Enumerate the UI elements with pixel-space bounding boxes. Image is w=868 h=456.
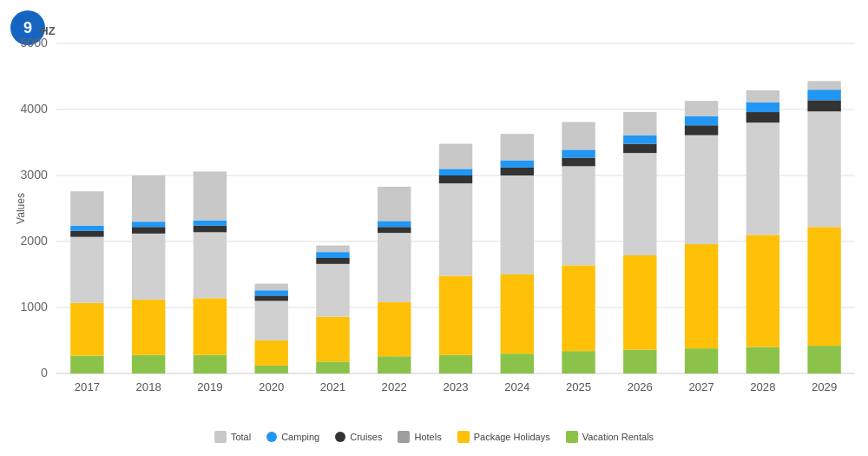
legend-hotels: Hotels bbox=[398, 431, 441, 443]
bar-segment-camping bbox=[807, 89, 840, 100]
legend-package-holidays: Package Holidays bbox=[457, 431, 550, 443]
bar-segment-vacation-rentals bbox=[439, 355, 472, 373]
legend-total-icon bbox=[214, 431, 227, 443]
bar-segment-cruises bbox=[194, 226, 227, 233]
bar-segment-camping bbox=[254, 290, 287, 295]
bar-segment-vacation-rentals bbox=[132, 355, 165, 373]
bar-segment-vacation-rentals bbox=[746, 347, 779, 373]
legend-total-label: Total bbox=[231, 432, 251, 442]
bar-segment-total-extra bbox=[194, 171, 227, 220]
bar-segment-total-extra bbox=[70, 191, 103, 226]
bar-segment-camping bbox=[194, 221, 227, 226]
bar-segment-hotels bbox=[439, 183, 472, 275]
svg-text:2017: 2017 bbox=[75, 380, 100, 393]
legend-hotels-icon bbox=[398, 431, 410, 443]
bar-segment-total-extra bbox=[439, 144, 472, 169]
bar-segment-cruises bbox=[562, 157, 595, 166]
bar-segment-cruises bbox=[807, 100, 840, 111]
bar-segment-hotels bbox=[685, 135, 718, 244]
bar-segment-total-extra bbox=[746, 90, 779, 102]
bar-segment-vacation-rentals bbox=[378, 356, 411, 373]
bar-segment-hotels bbox=[746, 122, 779, 235]
bar-segment-package-holidays bbox=[807, 227, 840, 346]
bar-segment-hotels bbox=[194, 232, 227, 298]
legend-vacation-icon bbox=[566, 431, 578, 443]
bar-segment-package-holidays bbox=[562, 265, 595, 351]
bar-segment-cruises bbox=[254, 295, 287, 301]
bar-segment-cruises bbox=[316, 258, 349, 264]
bar-segment-vacation-rentals bbox=[685, 348, 718, 373]
bar-segment-camping bbox=[439, 169, 472, 175]
legend-vacation-label: Vacation Rentals bbox=[582, 432, 654, 442]
svg-text:2022: 2022 bbox=[382, 380, 407, 393]
bar-segment-package-holidays bbox=[254, 340, 287, 366]
bar-segment-vacation-rentals bbox=[316, 361, 349, 373]
legend-cruises: Cruises bbox=[335, 432, 382, 442]
svg-text:0: 0 bbox=[41, 366, 48, 380]
bar-segment-camping bbox=[132, 221, 165, 227]
svg-text:2024: 2024 bbox=[504, 380, 529, 393]
bar-segment-cruises bbox=[623, 144, 656, 154]
bar-segment-hotels bbox=[70, 237, 103, 303]
bar-segment-total-extra bbox=[254, 284, 287, 291]
bar-segment-hotels bbox=[807, 111, 840, 227]
bar-segment-total-extra bbox=[378, 187, 411, 221]
bar-segment-total-extra bbox=[807, 81, 840, 89]
bar-segment-camping bbox=[316, 252, 349, 258]
svg-text:3000: 3000 bbox=[20, 168, 48, 182]
svg-text:2028: 2028 bbox=[750, 380, 775, 393]
svg-text:9: 9 bbox=[23, 19, 32, 36]
chart-container: 9 HZ Values 5000 4000 3000 2000 1000 bbox=[0, 0, 868, 456]
bar-segment-cruises bbox=[70, 231, 103, 237]
svg-text:2018: 2018 bbox=[136, 380, 161, 393]
bar-segment-cruises bbox=[746, 112, 779, 122]
legend-package-icon bbox=[457, 431, 470, 443]
bar-segment-vacation-rentals bbox=[70, 355, 103, 373]
bar-segment-cruises bbox=[378, 227, 411, 233]
y-axis-label: Values bbox=[15, 193, 27, 224]
bar-segment-camping bbox=[746, 102, 779, 112]
bar-segment-vacation-rentals bbox=[623, 350, 656, 373]
legend-vacation-rentals: Vacation Rentals bbox=[566, 431, 654, 443]
bar-segment-hotels bbox=[132, 234, 165, 300]
svg-text:2023: 2023 bbox=[443, 380, 468, 393]
bar-segment-hotels bbox=[254, 301, 287, 340]
bar-segment-package-holidays bbox=[316, 317, 349, 362]
legend-package-label: Package Holidays bbox=[474, 432, 550, 442]
svg-text:5000: 5000 bbox=[20, 36, 48, 50]
bar-segment-cruises bbox=[132, 227, 165, 234]
bar-segment-package-holidays bbox=[70, 303, 103, 356]
legend-camping-icon bbox=[266, 432, 277, 442]
bar-segment-camping bbox=[623, 135, 656, 144]
legend-cruises-label: Cruises bbox=[350, 432, 382, 442]
bar-segment-vacation-rentals bbox=[254, 366, 287, 373]
legend-camping: Camping bbox=[266, 432, 319, 442]
bar-segment-cruises bbox=[439, 175, 472, 183]
bar-segment-total-extra bbox=[562, 122, 595, 149]
bar-segment-total-extra bbox=[501, 134, 534, 160]
bar-segment-vacation-rentals bbox=[501, 354, 534, 373]
bar-segment-camping bbox=[70, 226, 103, 231]
bar-segment-package-holidays bbox=[501, 274, 534, 354]
legend-cruises-icon bbox=[335, 432, 345, 442]
bar-segment-total-extra bbox=[132, 175, 165, 221]
bar-segment-package-holidays bbox=[623, 255, 656, 350]
svg-text:2025: 2025 bbox=[566, 380, 591, 393]
bar-segment-vacation-rentals bbox=[194, 355, 227, 373]
svg-text:1000: 1000 bbox=[20, 300, 48, 314]
bar-segment-vacation-rentals bbox=[562, 351, 595, 373]
bar-segment-total-extra bbox=[316, 246, 349, 253]
svg-text:2019: 2019 bbox=[197, 380, 222, 393]
legend: Total Camping Cruises Hotels Package Hol… bbox=[0, 431, 868, 443]
bar-segment-package-holidays bbox=[685, 244, 718, 348]
bar-segment-package-holidays bbox=[132, 300, 165, 355]
svg-text:2021: 2021 bbox=[320, 380, 345, 393]
svg-text:2000: 2000 bbox=[20, 234, 48, 248]
bar-segment-camping bbox=[562, 149, 595, 157]
legend-camping-label: Camping bbox=[281, 432, 319, 442]
bar-segment-hotels bbox=[623, 153, 656, 255]
bar-segment-hotels bbox=[378, 233, 411, 302]
bar-segment-hotels bbox=[562, 166, 595, 265]
svg-text:2026: 2026 bbox=[628, 380, 653, 393]
bar-segment-package-holidays bbox=[378, 302, 411, 356]
